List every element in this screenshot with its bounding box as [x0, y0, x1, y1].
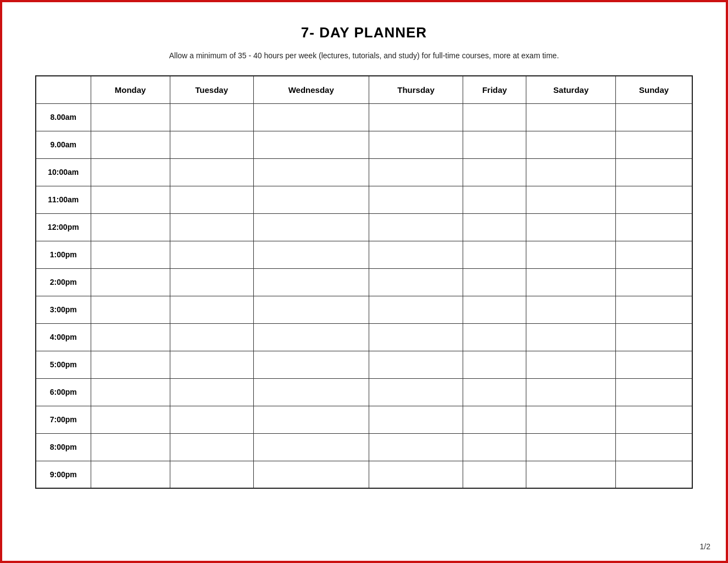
planner-cell[interactable] — [526, 103, 616, 131]
planner-cell[interactable] — [91, 296, 170, 323]
planner-cell[interactable] — [170, 268, 253, 296]
planner-cell[interactable] — [526, 351, 616, 378]
planner-cell[interactable] — [170, 323, 253, 351]
planner-cell[interactable] — [616, 103, 692, 131]
planner-cell[interactable] — [616, 131, 692, 158]
planner-cell[interactable] — [616, 296, 692, 323]
planner-cell[interactable] — [369, 323, 463, 351]
planner-cell[interactable] — [91, 406, 170, 433]
planner-cell[interactable] — [253, 158, 369, 186]
planner-cell[interactable] — [170, 433, 253, 461]
planner-cell[interactable] — [253, 296, 369, 323]
planner-cell[interactable] — [91, 186, 170, 213]
planner-cell[interactable] — [170, 296, 253, 323]
planner-cell[interactable] — [526, 323, 616, 351]
planner-cell[interactable] — [253, 433, 369, 461]
planner-cell[interactable] — [369, 268, 463, 296]
planner-cell[interactable] — [253, 378, 369, 406]
planner-cell[interactable] — [463, 461, 526, 488]
planner-cell[interactable] — [616, 186, 692, 213]
planner-cell[interactable] — [91, 378, 170, 406]
planner-cell[interactable] — [616, 213, 692, 241]
planner-cell[interactable] — [463, 406, 526, 433]
planner-cell[interactable] — [170, 406, 253, 433]
planner-cell[interactable] — [91, 461, 170, 488]
planner-cell[interactable] — [526, 213, 616, 241]
planner-cell[interactable] — [253, 268, 369, 296]
planner-cell[interactable] — [253, 351, 369, 378]
planner-cell[interactable] — [253, 131, 369, 158]
planner-cell[interactable] — [170, 241, 253, 268]
planner-cell[interactable] — [91, 268, 170, 296]
planner-cell[interactable] — [463, 158, 526, 186]
planner-cell[interactable] — [616, 158, 692, 186]
planner-cell[interactable] — [91, 131, 170, 158]
planner-cell[interactable] — [526, 131, 616, 158]
planner-cell[interactable] — [253, 406, 369, 433]
planner-cell[interactable] — [526, 241, 616, 268]
planner-cell[interactable] — [170, 158, 253, 186]
planner-cell[interactable] — [463, 323, 526, 351]
planner-cell[interactable] — [369, 103, 463, 131]
planner-cell[interactable] — [253, 186, 369, 213]
planner-cell[interactable] — [526, 461, 616, 488]
planner-cell[interactable] — [91, 323, 170, 351]
planner-cell[interactable] — [526, 296, 616, 323]
planner-cell[interactable] — [91, 433, 170, 461]
planner-cell[interactable] — [526, 406, 616, 433]
planner-cell[interactable] — [170, 213, 253, 241]
planner-cell[interactable] — [526, 378, 616, 406]
planner-cell[interactable] — [463, 378, 526, 406]
planner-cell[interactable] — [616, 406, 692, 433]
planner-cell[interactable] — [616, 461, 692, 488]
planner-cell[interactable] — [526, 158, 616, 186]
planner-cell[interactable] — [369, 186, 463, 213]
planner-cell[interactable] — [526, 268, 616, 296]
planner-cell[interactable] — [369, 351, 463, 378]
planner-cell[interactable] — [463, 296, 526, 323]
planner-cell[interactable] — [463, 268, 526, 296]
planner-cell[interactable] — [91, 213, 170, 241]
planner-cell[interactable] — [170, 461, 253, 488]
planner-cell[interactable] — [170, 103, 253, 131]
planner-cell[interactable] — [170, 351, 253, 378]
planner-cell[interactable] — [463, 186, 526, 213]
planner-cell[interactable] — [369, 158, 463, 186]
planner-cell[interactable] — [369, 131, 463, 158]
planner-cell[interactable] — [526, 186, 616, 213]
planner-cell[interactable] — [369, 378, 463, 406]
planner-cell[interactable] — [616, 323, 692, 351]
planner-cell[interactable] — [170, 186, 253, 213]
planner-cell[interactable] — [91, 241, 170, 268]
planner-cell[interactable] — [463, 351, 526, 378]
planner-cell[interactable] — [170, 378, 253, 406]
planner-cell[interactable] — [369, 296, 463, 323]
planner-cell[interactable] — [463, 241, 526, 268]
time-label: 5:00pm — [36, 351, 91, 378]
time-label: 6:00pm — [36, 378, 91, 406]
planner-cell[interactable] — [616, 351, 692, 378]
planner-cell[interactable] — [369, 461, 463, 488]
planner-cell[interactable] — [616, 241, 692, 268]
planner-cell[interactable] — [616, 378, 692, 406]
planner-cell[interactable] — [369, 433, 463, 461]
planner-cell[interactable] — [616, 268, 692, 296]
planner-cell[interactable] — [91, 103, 170, 131]
planner-cell[interactable] — [463, 103, 526, 131]
planner-cell[interactable] — [91, 158, 170, 186]
planner-cell[interactable] — [616, 433, 692, 461]
planner-cell[interactable] — [253, 103, 369, 131]
planner-cell[interactable] — [253, 213, 369, 241]
planner-cell[interactable] — [369, 241, 463, 268]
planner-cell[interactable] — [170, 131, 253, 158]
planner-cell[interactable] — [526, 433, 616, 461]
planner-cell[interactable] — [253, 241, 369, 268]
planner-cell[interactable] — [463, 433, 526, 461]
planner-cell[interactable] — [463, 131, 526, 158]
planner-cell[interactable] — [91, 351, 170, 378]
planner-cell[interactable] — [369, 213, 463, 241]
planner-cell[interactable] — [369, 406, 463, 433]
planner-cell[interactable] — [253, 323, 369, 351]
planner-cell[interactable] — [253, 461, 369, 488]
planner-cell[interactable] — [463, 213, 526, 241]
